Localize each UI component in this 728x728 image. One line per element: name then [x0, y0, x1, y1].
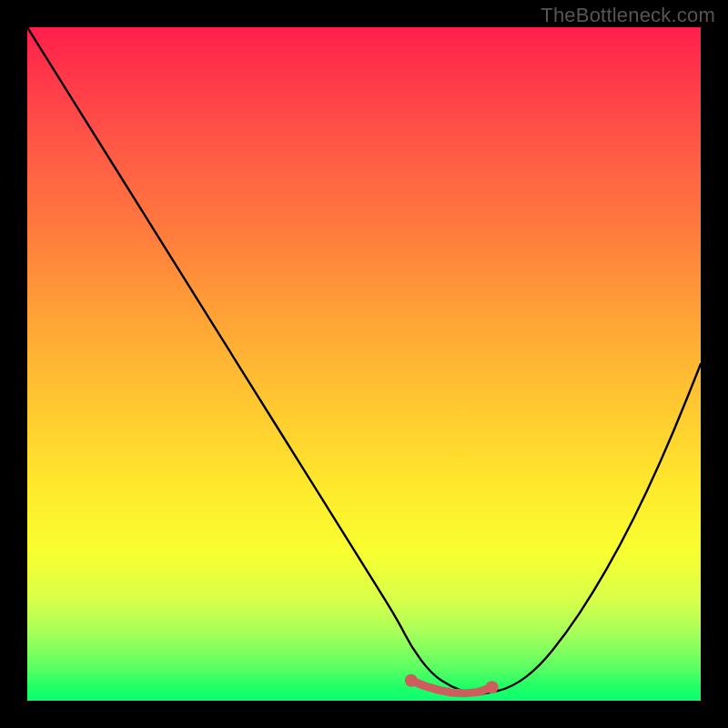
curve-svg: [27, 27, 701, 701]
bottleneck-curve: [27, 27, 701, 694]
plot-area: [27, 27, 701, 701]
chart-frame: TheBottleneck.com: [0, 0, 728, 728]
highlighted-range-endpoint: [486, 681, 499, 693]
highlighted-range-endpoint: [405, 674, 418, 687]
watermark-text: TheBottleneck.com: [541, 4, 715, 27]
